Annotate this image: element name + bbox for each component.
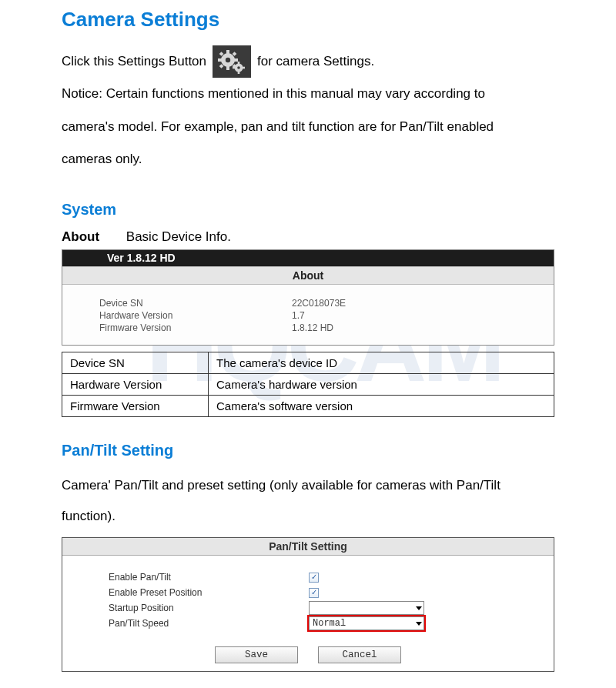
svg-rect-13	[238, 72, 240, 75]
pantilt-desc-1: Camera' Pan/Tilt and preset setting (onl…	[31, 470, 585, 502]
def-key: Device SN	[62, 352, 209, 373]
enable-preset-label: Enable Preset Position	[109, 587, 309, 598]
pt-speed-label: Pan/Tilt Speed	[109, 618, 309, 629]
pt-speed-select[interactable]: Normal	[309, 616, 424, 630]
svg-point-1	[226, 58, 230, 62]
table-row: Device SN The camera's device ID	[62, 352, 554, 373]
svg-rect-3	[226, 66, 229, 70]
table-row: Hardware Version Camera's hardware versi…	[62, 373, 554, 395]
svg-rect-12	[238, 62, 240, 65]
intro-notice-2: camera's model. For example, pan and til…	[31, 111, 585, 144]
about-row-val: 22C018073E	[292, 298, 346, 309]
intro-notice-1: Notice: Certain functions mentioned in t…	[31, 78, 585, 111]
def-key: Firmware Version	[62, 395, 209, 416]
about-row: Hardware Version 1.7	[62, 309, 554, 322]
about-topbar: Ver 1.8.12 HD	[62, 250, 554, 266]
svg-rect-2	[226, 50, 229, 54]
startup-position-select[interactable]	[309, 601, 424, 615]
svg-rect-4	[218, 58, 222, 62]
about-row-key: Device SN	[99, 298, 292, 309]
intro-notice-3: cameras only.	[31, 143, 585, 176]
enable-pt-checkbox[interactable]: ✓	[309, 573, 319, 583]
chevron-down-icon	[416, 622, 422, 626]
pantilt-heading: Pan/Tilt Setting	[31, 442, 585, 459]
startup-position-label: Startup Position	[109, 603, 309, 613]
svg-rect-5	[234, 58, 238, 62]
chevron-down-icon	[416, 606, 422, 610]
about-row-val: 1.7	[292, 310, 305, 321]
about-row-key: Hardware Version	[99, 310, 292, 321]
system-heading: System	[31, 201, 585, 219]
pantilt-desc-2: function).	[31, 501, 585, 533]
about-row: Firmware Version 1.8.12 HD	[62, 322, 554, 334]
def-val: Camera's hardware version	[209, 373, 554, 395]
intro-part2: for camera Settings.	[257, 52, 374, 72]
about-desc: Basic Device Info.	[126, 229, 231, 244]
pantilt-panel-title: Pan/Tilt Setting	[62, 538, 554, 556]
intro-part1: Click this Settings Button	[62, 52, 206, 72]
about-label: About	[62, 229, 99, 244]
cancel-button[interactable]: Cancel	[318, 646, 401, 663]
def-key: Hardware Version	[62, 373, 209, 395]
table-row: Firmware Version Camera's software versi…	[62, 395, 554, 416]
intro-line-1: Click this Settings Button	[31, 45, 585, 78]
about-panel-title: About	[62, 266, 554, 285]
def-val: Camera's software version	[209, 395, 554, 416]
page-title: Camera Settings	[31, 8, 585, 32]
about-row: Device SN 22C018073E	[62, 297, 554, 309]
pantilt-screenshot: Pan/Tilt Setting Enable Pan/Tilt ✓ Enabl…	[62, 537, 554, 672]
about-row-val: 1.8.12 HD	[292, 322, 333, 333]
about-row-key: Firmware Version	[99, 322, 292, 333]
enable-preset-checkbox[interactable]: ✓	[309, 588, 319, 598]
def-val: The camera's device ID	[209, 352, 554, 373]
svg-rect-14	[233, 67, 236, 69]
svg-rect-15	[243, 67, 246, 69]
settings-icon	[213, 45, 251, 78]
about-def-table: Device SN The camera's device ID Hardwar…	[62, 352, 554, 417]
about-line: About Basic Device Info.	[31, 229, 585, 245]
about-screenshot: Ver 1.8.12 HD About Device SN 22C018073E…	[62, 249, 554, 346]
enable-pt-label: Enable Pan/Tilt	[109, 572, 309, 583]
save-button[interactable]: Save	[215, 646, 298, 663]
pt-speed-value: Normal	[313, 618, 346, 629]
svg-point-11	[237, 66, 240, 69]
